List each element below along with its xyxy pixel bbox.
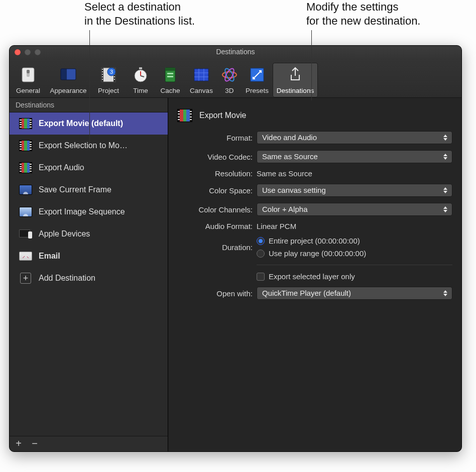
svg-rect-2 <box>27 70 30 73</box>
destination-label: Email <box>39 252 60 261</box>
tab-project[interactable]: 3 Project <box>91 63 126 97</box>
format-popup[interactable]: Video and Audio <box>257 131 452 144</box>
destination-add[interactable]: + Add Destination <box>10 267 168 289</box>
tab-cache[interactable]: Cache <box>155 63 185 97</box>
destination-export-movie[interactable]: Export Movie (default) <box>10 112 168 135</box>
export-selected-checkbox[interactable]: Export selected layer only <box>257 272 452 281</box>
destination-label: Add Destination <box>39 274 95 283</box>
destination-label: Export Audio <box>39 163 84 172</box>
checkbox-label: Export selected layer only <box>269 272 355 281</box>
destination-settings-panel: Export Movie Format: Video and Audio Vid… <box>168 98 461 451</box>
callout-left: Select a destination in the Destinations… <box>84 0 195 28</box>
svg-point-34 <box>222 72 236 78</box>
titlebar: Destinations <box>10 46 461 59</box>
destination-apple-devices[interactable]: Apple Devices <box>10 223 168 245</box>
radio-icon <box>257 237 265 245</box>
appearance-icon <box>47 64 89 86</box>
label-open-with: Open with: <box>177 289 253 298</box>
value-audio-format: Linear PCM <box>257 222 452 230</box>
destination-image-sequence[interactable]: Export Image Sequence <box>10 201 168 223</box>
destination-export-selection[interactable]: Export Selection to Mo… <box>10 135 168 157</box>
popup-value: Video and Audio <box>262 133 317 142</box>
tab-label: General <box>12 87 44 94</box>
destination-label: Export Movie (default) <box>39 119 123 128</box>
duration-entire-radio[interactable]: Entire project (00:00:00:00) <box>257 237 452 245</box>
svg-rect-4 <box>61 69 67 80</box>
open-with-popup[interactable]: QuickTime Player (default) <box>257 287 452 300</box>
picture-icon <box>19 184 33 196</box>
svg-rect-9 <box>102 69 103 70</box>
chevron-updown-icon <box>442 287 449 299</box>
video-codec-popup[interactable]: Same as Source <box>257 150 452 163</box>
filmstrip-icon <box>19 117 33 130</box>
svg-rect-12 <box>102 76 103 77</box>
radio-label: Entire project (00:00:00:00) <box>269 237 360 245</box>
svg-rect-28 <box>167 76 173 77</box>
window-title: Destinations <box>10 48 461 56</box>
picture-icon <box>19 206 33 218</box>
tab-label: Appearance <box>47 87 89 94</box>
annotation-callouts: Select a destination in the Destinations… <box>0 0 476 45</box>
devices-icon <box>19 228 33 240</box>
label-audio-format: Audio Format: <box>177 222 253 230</box>
remove-destination-button[interactable]: − <box>29 438 41 449</box>
tab-3d[interactable]: 3D <box>217 63 242 97</box>
cache-icon <box>157 64 184 86</box>
add-destination-button[interactable]: + <box>13 438 25 449</box>
label-resolution: Resolution: <box>177 169 253 178</box>
preferences-toolbar: General Appearance 3 Project <box>10 59 461 98</box>
popup-value: Color + Alpha <box>262 205 307 213</box>
3d-icon <box>219 64 240 86</box>
label-video-codec: Video Codec: <box>177 153 253 161</box>
svg-rect-27 <box>167 73 173 74</box>
svg-rect-26 <box>165 68 175 71</box>
destination-email[interactable]: Email <box>10 245 168 267</box>
radio-icon <box>257 250 265 258</box>
sidebar-header: Destinations <box>10 98 168 112</box>
label-color-space: Color Space: <box>177 186 253 195</box>
tab-canvas[interactable]: Canvas <box>185 63 217 97</box>
tab-label: Destinations <box>274 87 316 94</box>
switch-icon <box>12 64 44 86</box>
popup-value: Same as Source <box>262 152 318 161</box>
callout-lead-left <box>89 30 90 144</box>
svg-rect-17 <box>114 76 115 77</box>
tab-label: Project <box>92 87 125 94</box>
destination-label: Export Selection to Mo… <box>39 141 128 150</box>
color-channels-popup[interactable]: Color + Alpha <box>257 203 452 216</box>
callout-right-line1: Modify the settings <box>306 0 420 14</box>
tab-appearance[interactable]: Appearance <box>46 63 91 97</box>
chevron-updown-icon <box>442 132 449 144</box>
project-icon: 3 <box>92 64 125 86</box>
destination-export-audio[interactable]: Export Audio <box>10 157 168 179</box>
panel-title: Export Movie <box>199 111 246 120</box>
tab-presets[interactable]: Presets <box>242 63 273 97</box>
value-resolution: Same as Source <box>257 169 452 178</box>
tab-label: Presets <box>243 87 271 94</box>
destination-save-frame[interactable]: Save Current Frame <box>10 179 168 201</box>
chevron-updown-icon <box>442 151 449 163</box>
checkbox-icon <box>257 273 265 281</box>
plus-square-icon: + <box>19 272 33 284</box>
svg-rect-18 <box>114 79 115 80</box>
divider <box>257 265 452 265</box>
panel-header: Export Movie <box>177 109 452 122</box>
settings-form: Format: Video and Audio Video Codec: Sam… <box>177 131 452 300</box>
preferences-window: Destinations General Appearance <box>9 45 462 452</box>
tab-time[interactable]: Time <box>126 63 155 97</box>
callout-right-line2: for the new destination. <box>306 14 420 28</box>
callout-lead-right <box>311 30 312 100</box>
svg-rect-11 <box>102 74 103 75</box>
label-format: Format: <box>177 134 253 142</box>
svg-rect-22 <box>139 67 142 69</box>
filmstrip-icon <box>19 162 33 174</box>
tab-label: Canvas <box>187 87 216 94</box>
tab-general[interactable]: General <box>11 63 46 97</box>
chevron-updown-icon <box>442 184 449 196</box>
duration-range-radio[interactable]: Use play range (00:00:00:00) <box>257 249 452 258</box>
color-space-popup[interactable]: Use canvas setting <box>257 184 452 197</box>
label-color-channels: Color Channels: <box>177 205 253 214</box>
destinations-sidebar: Destinations Export Movie (default) Expo… <box>10 98 168 451</box>
destination-label: Save Current Frame <box>39 185 111 194</box>
tab-label: Time <box>128 87 154 94</box>
